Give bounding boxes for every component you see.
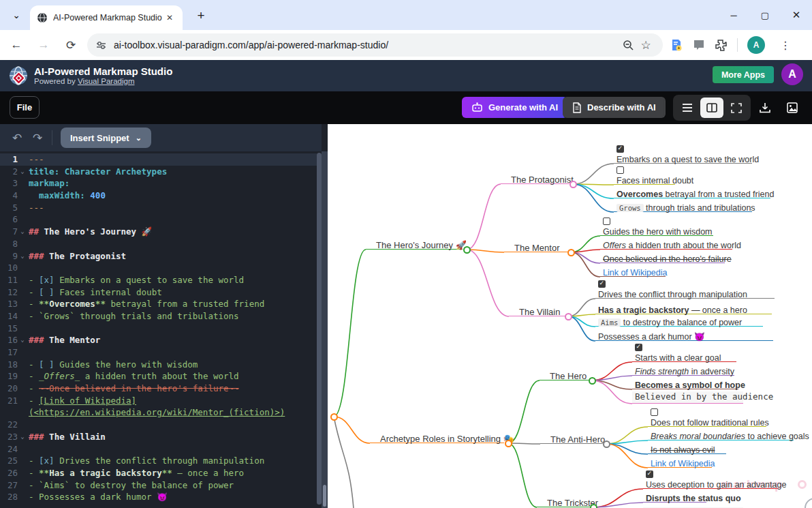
task-checkbox-checked-icon[interactable] bbox=[646, 470, 653, 478]
mindmap-node-uses-deception[interactable]: Uses deception to gain an advantage bbox=[643, 478, 778, 489]
task-checkbox-checked-icon[interactable] bbox=[616, 145, 624, 153]
code-line-27[interactable]: 27- `Aims` to destroy the balance of pow… bbox=[0, 479, 317, 492]
browser-menu-kebab-icon[interactable]: ⋮ bbox=[775, 34, 796, 56]
tab-close-icon[interactable]: ✕ bbox=[163, 12, 176, 24]
undo-icon[interactable]: ↶ bbox=[7, 129, 27, 147]
code-line-8[interactable]: 8 bbox=[0, 238, 317, 250]
back-icon[interactable]: ← bbox=[5, 34, 27, 56]
mindmap-canvas[interactable]: markmap The Hero's Journey 🚀The Protagon… bbox=[328, 124, 812, 508]
mindmap-circle-trickster[interactable] bbox=[590, 504, 597, 508]
mindmap-node-protagonist[interactable]: The Protagonist bbox=[501, 173, 569, 184]
mindmap-node-faces[interactable]: Faces internal doubt bbox=[614, 174, 675, 185]
code-line-3[interactable]: 3markmap: bbox=[0, 177, 317, 190]
site-settings-icon[interactable] bbox=[95, 40, 107, 51]
mindmap-node-hero[interactable]: The Hero bbox=[540, 370, 589, 380]
code-editor[interactable]: 1---2⌄title: Character Archetypes3markma… bbox=[0, 153, 317, 508]
generate-with-ai-button[interactable]: Generate with AI bbox=[462, 97, 567, 118]
feedback-extension-icon[interactable] bbox=[693, 39, 705, 51]
url-text[interactable]: ai-toolbox.visual-paradigm.com/app/ai-po… bbox=[114, 40, 619, 50]
mindmap-node-villain[interactable]: The Villain bbox=[509, 305, 565, 316]
code-line-20[interactable]: 20- ~~Once believed in the hero's failur… bbox=[0, 383, 317, 395]
mindmap-circle-hero[interactable] bbox=[589, 377, 596, 385]
window-minimize-button[interactable]: ─ bbox=[718, 0, 749, 30]
window-maximize-button[interactable]: ▢ bbox=[749, 0, 781, 30]
mindmap-node-believed[interactable]: Believed in by the audience bbox=[632, 391, 743, 404]
code-line-28[interactable]: 28- Possesses a dark humor 😈 bbox=[0, 491, 317, 503]
mindmap-circle-protagonist[interactable] bbox=[569, 181, 577, 188]
code-line-25[interactable]: 25- [x] Drives the conflict through mani… bbox=[0, 455, 317, 467]
address-bar[interactable]: ai-toolbox.visual-paradigm.com/app/ai-po… bbox=[87, 33, 663, 57]
export-image-button[interactable] bbox=[784, 100, 800, 115]
mindmap-node-trickster[interactable]: The Trickster bbox=[537, 496, 590, 507]
code-line-6[interactable]: 6 bbox=[0, 213, 317, 226]
code-line-22[interactable]: 22 bbox=[0, 419, 317, 431]
code-line-12[interactable]: 12- [ ] Faces internal doubt bbox=[0, 286, 317, 299]
code-line-17[interactable]: 17 bbox=[0, 346, 317, 359]
code-line-11[interactable]: 11- [x] Embarks on a quest to save the w… bbox=[0, 274, 317, 286]
fold-chevron-icon[interactable]: ⌄ bbox=[18, 250, 27, 263]
mindmap-node-embarks[interactable]: Embarks on a quest to save the world bbox=[614, 153, 752, 164]
mindmap-node-starts[interactable]: Starts with a clear goal bbox=[632, 351, 736, 362]
task-checkbox-checked-icon[interactable] bbox=[598, 280, 606, 288]
mindmap-root-circle[interactable] bbox=[330, 413, 338, 421]
code-line-24[interactable]: 24 bbox=[0, 443, 317, 455]
extensions-puzzle-icon[interactable] bbox=[715, 39, 728, 52]
mindmap-node-mentor[interactable]: The Mentor bbox=[504, 241, 567, 252]
code-line-26[interactable]: 26- **Has a tragic backstory** — once a … bbox=[0, 467, 317, 479]
mindmap-circle-villain[interactable] bbox=[565, 313, 572, 320]
more-apps-button[interactable]: More Apps bbox=[713, 66, 774, 83]
mindmap-node-link-wiki-antihero[interactable]: Link of Wikipedia bbox=[648, 457, 712, 468]
mindmap-node-symbol[interactable]: Becomes a symbol of hope bbox=[632, 378, 738, 389]
tab-search-chevron-icon[interactable]: ⌄ bbox=[7, 5, 26, 25]
mindmap-node-does-not[interactable]: Does not follow traditional rules bbox=[648, 416, 766, 427]
mindmap-node-not-evil[interactable]: Is not always evil bbox=[648, 443, 726, 454]
mindmap-node-disrupts[interactable]: Disrupts the status quo bbox=[643, 492, 706, 503]
mindmap-node-heros-journey[interactable]: The Hero's Journey 🚀 bbox=[366, 239, 463, 250]
code-line-18[interactable]: 18- [ ] Guides the hero with wisdom bbox=[0, 359, 317, 371]
new-tab-button[interactable]: + bbox=[192, 8, 210, 23]
mindmap-node-breaks[interactable]: Breaks moral boundaries to achieve goals bbox=[648, 430, 794, 440]
bookmark-star-icon[interactable]: ☆ bbox=[637, 36, 655, 54]
code-line-19[interactable]: 19- _Offers_ a hidden truth about the wo… bbox=[0, 370, 317, 383]
profile-avatar[interactable]: A bbox=[747, 36, 765, 54]
editor-scrollbar-thumb-secondary[interactable] bbox=[323, 485, 326, 507]
task-checkbox-unchecked-icon[interactable] bbox=[616, 166, 624, 174]
sidepanel-extension-icon[interactable] bbox=[670, 38, 683, 52]
code-line-10[interactable]: 10 bbox=[0, 262, 317, 274]
redo-icon[interactable]: ↷ bbox=[27, 129, 48, 147]
fullscreen-view-button[interactable] bbox=[725, 98, 748, 118]
mindmap-node-drives[interactable]: Drives the conflict through manipulation bbox=[595, 288, 775, 299]
code-line-5[interactable]: 5--- bbox=[0, 202, 317, 214]
describe-with-ai-button[interactable]: Describe with AI bbox=[563, 97, 666, 118]
fold-chevron-icon[interactable]: ⌄ bbox=[18, 226, 27, 238]
file-menu-button[interactable]: File bbox=[10, 96, 40, 119]
split-view-button[interactable] bbox=[700, 98, 723, 118]
code-line-9[interactable]: 9⌄### The Protagonist bbox=[0, 250, 317, 263]
zoom-icon[interactable] bbox=[619, 36, 637, 54]
editor-view-button[interactable] bbox=[676, 98, 699, 118]
mindmap-node-offers[interactable]: Offers a hidden truth about the world bbox=[600, 239, 732, 250]
mindmap-node-guides[interactable]: Guides the hero with wisdom bbox=[600, 225, 713, 236]
code-line-16[interactable]: 16⌄### The Mentor bbox=[0, 334, 317, 346]
code-line-2[interactable]: 2⌄title: Character Archetypes bbox=[0, 166, 317, 178]
mindmap-node-tragic[interactable]: Has a tragic backstory — once a hero bbox=[595, 303, 772, 314]
window-close-button[interactable]: ✕ bbox=[781, 0, 812, 30]
visual-paradigm-link[interactable]: Visual Paradigm bbox=[78, 77, 135, 85]
editor-scrollbar-thumb[interactable] bbox=[317, 153, 322, 505]
mindmap-circle-mentor[interactable] bbox=[567, 249, 575, 256]
code-line-4[interactable]: 4 maxWidth: 400 bbox=[0, 190, 317, 202]
mindmap-node-finds[interactable]: Finds strength in adversity bbox=[632, 365, 734, 376]
code-line-23[interactable]: 23⌄### The Villain bbox=[0, 431, 317, 443]
task-checkbox-unchecked-icon[interactable] bbox=[603, 218, 610, 225]
insert-snippet-button[interactable]: Insert Snippet ⌄ bbox=[61, 128, 151, 148]
fold-chevron-icon[interactable]: ⌄ bbox=[18, 334, 27, 346]
mindmap-node-dark-humor[interactable]: Possesses a dark humor 😈 bbox=[595, 330, 773, 341]
task-checkbox-unchecked-icon[interactable] bbox=[651, 408, 658, 416]
reload-icon[interactable]: ⟳ bbox=[60, 34, 82, 56]
mindmap-node-link-wiki-mentor[interactable]: Link of Wikipedia bbox=[600, 266, 666, 277]
code-line-21[interactable]: 21- [Link of Wikipedia] bbox=[0, 395, 317, 407]
mindmap-circle-archetype[interactable] bbox=[505, 440, 512, 447]
code-line-14[interactable]: 14- `Grows` through trials and tribulati… bbox=[0, 310, 317, 323]
download-button[interactable] bbox=[757, 100, 773, 115]
code-line-wrap[interactable]: (<https://en.wikipedia.org/wiki/Mentor_(… bbox=[0, 406, 317, 419]
